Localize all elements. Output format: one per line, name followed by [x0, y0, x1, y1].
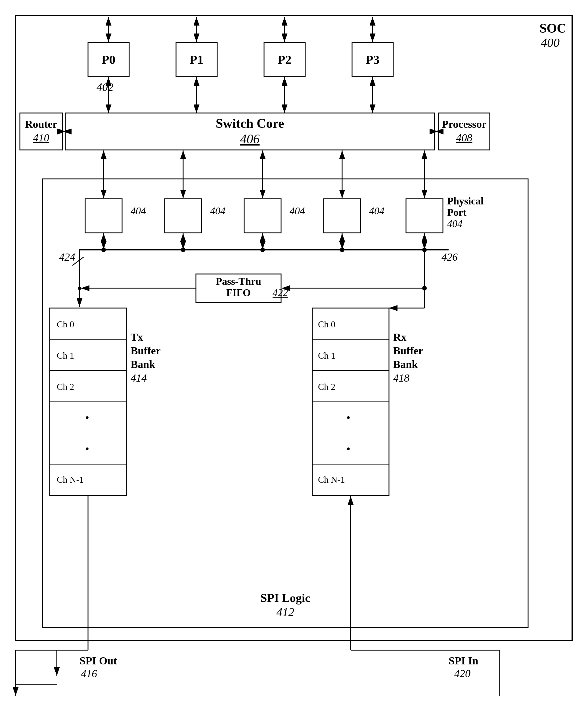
tx-dot2: •	[85, 443, 89, 456]
phys-port-label2: Port	[447, 207, 467, 218]
rx-ch2: Ch 2	[318, 382, 335, 392]
rx-label1: Rx	[393, 331, 406, 343]
tx-ch0: Ch 0	[57, 319, 74, 329]
svg-rect-30	[406, 199, 443, 233]
rx-chn1: Ch N-1	[318, 474, 345, 485]
rx-num: 418	[393, 372, 409, 384]
svg-rect-26	[85, 199, 122, 233]
tx-label2: Buffer	[131, 345, 161, 357]
label-426: 426	[441, 251, 458, 263]
spi-out-num: 416	[81, 667, 97, 679]
switch-core-label: Switch Core	[216, 116, 284, 131]
phys-port-num: 404	[447, 218, 462, 229]
rx-ch1: Ch 1	[318, 350, 335, 361]
soc-num: 400	[541, 36, 559, 50]
tx-num: 414	[131, 372, 147, 384]
router-num: 410	[33, 132, 49, 144]
tx-ch2: Ch 2	[57, 382, 74, 392]
label-402: 402	[97, 81, 113, 93]
svg-point-55	[78, 286, 81, 290]
tx-chn1: Ch N-1	[57, 474, 84, 485]
rx-dot2: •	[346, 443, 350, 456]
svg-rect-28	[244, 199, 281, 233]
router-label: Router	[25, 118, 57, 130]
pp-label-1: 404	[131, 205, 146, 217]
port-p2-label: P2	[278, 53, 292, 67]
tx-label1: Tx	[131, 331, 143, 343]
processor-num: 408	[456, 132, 473, 144]
spi-logic-num: 412	[277, 606, 294, 619]
passthru-label: Pass-Thru	[216, 276, 261, 287]
tx-dot1: •	[85, 411, 89, 424]
label-424: 424	[59, 251, 75, 263]
rx-ch0: Ch 0	[318, 319, 335, 329]
pp-label-4: 404	[369, 205, 384, 217]
pp-label-2: 404	[210, 205, 226, 217]
port-p0-label: P0	[102, 53, 115, 67]
port-p1-label: P1	[190, 53, 204, 67]
passthru-num: 422	[273, 287, 288, 298]
processor-label: Processor	[442, 118, 487, 130]
passthru-fifo-label: FIFO	[226, 287, 251, 298]
tx-ch1: Ch 1	[57, 350, 74, 361]
spi-in-num: 420	[454, 667, 471, 679]
spi-out-label: SPI Out	[80, 655, 117, 667]
svg-rect-29	[324, 199, 360, 233]
phys-port-label: Physical	[447, 195, 484, 207]
pp-label-3: 404	[290, 205, 305, 217]
spi-logic-label: SPI Logic	[260, 592, 310, 605]
spi-in-label: SPI In	[449, 655, 478, 667]
svg-rect-27	[165, 199, 202, 233]
port-p3-label: P3	[366, 53, 380, 67]
rx-label2: Buffer	[393, 345, 423, 357]
soc-label: SOC	[539, 21, 567, 36]
rx-label3: Bank	[393, 358, 418, 370]
tx-label3: Bank	[131, 358, 155, 370]
switch-core-num: 406	[240, 132, 260, 146]
rx-dot1: •	[346, 411, 350, 424]
